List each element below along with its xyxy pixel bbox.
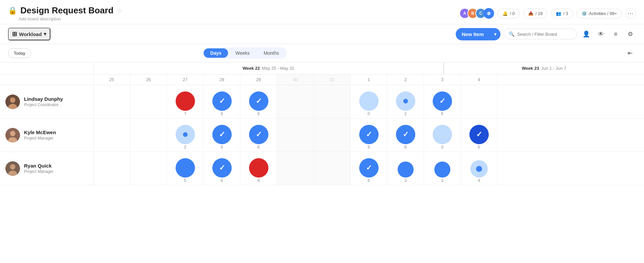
work-dot: ✓ — [359, 125, 379, 144]
person-name-2: Ryan Quick — [24, 163, 53, 169]
days-header-row: 252627282930311234 — [0, 74, 644, 85]
inbox-button[interactable]: 📥 / 19 — [523, 9, 548, 18]
chevron-down-icon: ▾ — [44, 31, 46, 37]
calendar-row-2: 5✓68✓6334 — [93, 152, 644, 185]
cell-count: 3 — [404, 178, 407, 183]
calendar-row-1: 2✓6✓6✓6✓60✓6 — [93, 118, 644, 152]
work-dot — [433, 125, 452, 144]
users-icon: 👥 — [556, 11, 561, 16]
calendar-cell — [130, 152, 167, 185]
work-dot: ✓ — [249, 91, 268, 111]
week-22-header: Week 22 May 25 - May 31 — [93, 62, 444, 74]
user-icon: 👤 — [583, 30, 590, 38]
work-dot: ✓ — [212, 158, 232, 178]
filter-button[interactable]: ≡ — [610, 28, 621, 40]
cell-count: 6 — [257, 145, 260, 150]
calendar-cell: 2 — [387, 85, 424, 118]
calendar-cell: ✓6 — [204, 85, 240, 118]
toolbar-right: New Item ▾ 🔍 👤 👁 ≡ ⚙ — [456, 28, 636, 40]
day-header-25: 25 — [93, 74, 130, 85]
week-22-range: May 25 - May 31 — [262, 66, 294, 71]
svg-point-1 — [10, 97, 15, 103]
tab-weeks[interactable]: Weeks — [229, 48, 256, 58]
work-dot: ✓ — [396, 125, 415, 144]
calendar-cell: 5 — [167, 152, 204, 185]
calendar-cell: ✓6 — [204, 118, 240, 152]
cell-count: 3 — [441, 178, 443, 183]
notifications-button[interactable]: 🔔 / 0 — [497, 9, 519, 18]
week-23-label: Week 23 — [522, 66, 539, 71]
day-header-29: 29 — [240, 74, 277, 85]
week-headers-row: Week 22 May 25 - May 31 Week 23 Jun 1 - … — [0, 62, 644, 74]
cell-count: 6 — [221, 178, 223, 183]
work-dot: ✓ — [249, 125, 268, 144]
inbox-icon: 📥 — [528, 11, 533, 16]
work-dot: ✓ — [212, 91, 232, 111]
checkmark-icon: ✓ — [366, 164, 372, 172]
cell-count: 8 — [257, 178, 260, 183]
calendar-cell: 3 — [424, 152, 461, 185]
calendar-cell — [277, 152, 314, 185]
calendar-cell — [314, 118, 351, 152]
star-icon[interactable]: ☆ — [117, 7, 122, 14]
tab-months[interactable]: Months — [257, 48, 286, 58]
work-dot: ✓ — [469, 125, 489, 144]
search-filter-box[interactable]: 🔍 — [504, 29, 577, 39]
person-avatar-1 — [5, 128, 20, 143]
board-description[interactable]: Add board description — [19, 16, 122, 21]
tab-days[interactable]: Days — [204, 48, 228, 58]
new-item-button[interactable]: New Item ▾ — [456, 28, 500, 40]
week-23-header: Week 23 Jun 1 - Jun 7 — [444, 62, 644, 74]
calendar-cell: 4 — [461, 152, 497, 185]
new-item-arrow[interactable]: ▾ — [490, 28, 500, 40]
cell-count: 7 — [184, 111, 186, 116]
activities-button[interactable]: ⚙️ Activities / 99+ — [577, 9, 622, 18]
person-role-2: Project Manager — [24, 169, 53, 174]
eye-off-icon: 👁 — [598, 31, 604, 38]
calendar-cell — [277, 118, 314, 152]
users-button[interactable]: 👥 / 3 — [551, 9, 573, 18]
calendar-cell — [277, 85, 314, 118]
inbox-count: / 19 — [535, 11, 543, 16]
work-dot — [176, 91, 195, 111]
person-info-2: Ryan Quick Project Manager — [24, 163, 53, 174]
avatar-active-user[interactable]: ⊕ — [483, 8, 494, 19]
more-options-button[interactable]: ⋯ — [625, 8, 636, 19]
today-button[interactable]: Today — [8, 48, 31, 58]
person-info-0: Lindsay Dunphy Project Coordinator — [24, 96, 63, 107]
svg-point-4 — [10, 131, 15, 136]
collapse-button[interactable]: ⇤ — [625, 47, 636, 59]
calendar-cell: ✓6 — [387, 118, 424, 152]
person-name-0: Lindsay Dunphy — [24, 96, 63, 102]
person-avatar-2 — [5, 161, 20, 176]
search-input[interactable] — [517, 32, 572, 37]
week-23-range: Jun 1 - Jun 7 — [541, 66, 566, 71]
cell-count: 6 — [257, 111, 260, 116]
cell-count: 0 — [441, 145, 443, 150]
search-icon: 🔍 — [509, 31, 514, 37]
user-account-button[interactable]: 👤 — [581, 28, 592, 40]
settings-button[interactable]: ⚙ — [625, 28, 636, 40]
board-title: Design Request Board — [20, 5, 114, 16]
cell-count: 6 — [221, 145, 223, 150]
checkmark-icon: ✓ — [476, 130, 482, 139]
calendar-cell: ✓6 — [240, 118, 277, 152]
work-dot — [398, 162, 414, 178]
work-dot — [176, 125, 195, 144]
calendar-cell: ✓6 — [240, 85, 277, 118]
workload-button[interactable]: ⊞ Workload ▾ — [8, 28, 50, 40]
avatar-group[interactable]: A B C ⊕ — [459, 8, 494, 19]
day-header-28: 28 — [204, 74, 240, 85]
checkmark-icon: ✓ — [219, 130, 225, 139]
cell-count: 6 — [478, 145, 480, 150]
days-header: 252627282930311234 — [93, 74, 644, 85]
visibility-button[interactable]: 👁 — [595, 28, 607, 40]
calendar-cell: 2 — [167, 118, 204, 152]
checkmark-icon: ✓ — [366, 130, 372, 139]
notification-count: / 0 — [510, 11, 514, 16]
activities-label: Activities / 99+ — [589, 11, 617, 16]
calendar-grid: 7✓6✓602✓62✓6✓6✓6✓60✓65✓68✓6334 — [93, 85, 644, 185]
cell-count: 5 — [184, 178, 186, 183]
calendar-cell: 3 — [387, 152, 424, 185]
work-dot — [470, 160, 488, 178]
